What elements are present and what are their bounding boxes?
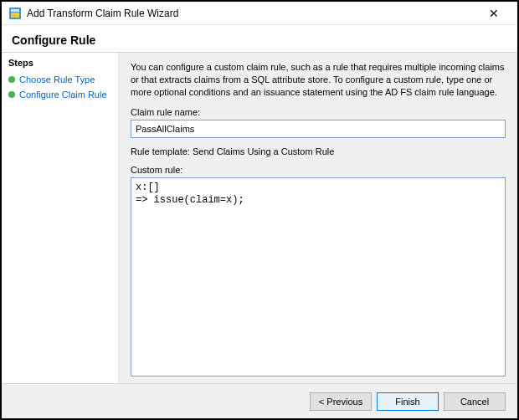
- bullet-icon: [8, 76, 15, 83]
- bullet-icon: [8, 91, 15, 98]
- steps-sidebar: Steps Choose Rule Type Configure Claim R…: [2, 53, 119, 383]
- steps-heading: Steps: [8, 58, 111, 68]
- previous-button[interactable]: < Previous: [310, 392, 372, 411]
- custom-rule-label: Custom rule:: [131, 165, 506, 175]
- step-choose-rule-type[interactable]: Choose Rule Type: [8, 73, 111, 86]
- titlebar: Add Transform Claim Rule Wizard ✕: [2, 2, 517, 25]
- finish-button[interactable]: Finish: [377, 392, 439, 411]
- svg-rect-2: [11, 13, 19, 18]
- close-icon: ✕: [489, 7, 499, 20]
- step-label: Choose Rule Type: [19, 74, 95, 85]
- cancel-button[interactable]: Cancel: [444, 392, 506, 411]
- rule-name-label: Claim rule name:: [131, 107, 506, 117]
- step-configure-claim-rule[interactable]: Configure Claim Rule: [8, 88, 111, 101]
- custom-rule-textarea[interactable]: [131, 177, 506, 376]
- step-label: Configure Claim Rule: [19, 90, 107, 100]
- window-title: Add Transform Claim Rule Wizard: [27, 8, 477, 19]
- wizard-icon: [8, 7, 22, 20]
- wizard-window: Add Transform Claim Rule Wizard ✕ Config…: [2, 2, 517, 418]
- page-title: Configure Rule: [12, 33, 507, 47]
- main-panel: You can configure a custom claim rule, s…: [119, 53, 517, 383]
- rule-name-input[interactable]: [131, 120, 506, 138]
- page-header: Configure Rule: [2, 25, 517, 53]
- body: Steps Choose Rule Type Configure Claim R…: [2, 53, 517, 383]
- rule-template-text: Rule template: Send Claims Using a Custo…: [131, 146, 506, 156]
- svg-rect-1: [11, 9, 19, 12]
- button-bar: < Previous Finish Cancel: [2, 383, 517, 418]
- description-text: You can configure a custom claim rule, s…: [131, 61, 506, 99]
- close-button[interactable]: ✕: [477, 3, 511, 24]
